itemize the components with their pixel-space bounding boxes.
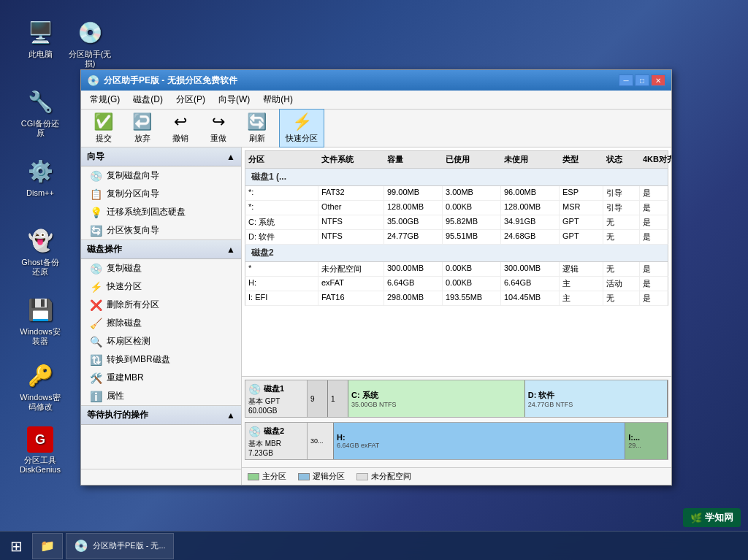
sidebar-copy-disk2[interactable]: 💿 复制磁盘 xyxy=(81,259,241,277)
start-button[interactable]: ⊞ xyxy=(3,533,29,559)
sidebar-bad-sector[interactable]: 🔍 坏扇区检测 xyxy=(81,332,241,350)
sidebar-pending-header[interactable]: 等待执行的操作 ▲ xyxy=(81,406,241,425)
copy-partition-icon: 📋 xyxy=(90,188,102,200)
sidebar-quick-part[interactable]: ⚡ 快速分区 xyxy=(81,277,241,296)
table-row[interactable]: * 未分配空间 300.00MB 0.00KB 300.00MB 逻辑 无 是 xyxy=(245,262,668,277)
disk2-name: 磁盘2 xyxy=(264,426,284,437)
d1r2-type: MSR xyxy=(560,201,603,215)
menu-partition[interactable]: 分区(P) xyxy=(170,92,211,107)
restore-label: 分区恢复向导 xyxy=(107,224,159,237)
disk1-part-d-name: D: 软件 xyxy=(528,390,664,401)
to-mbr-label: 转换到MBR磁盘 xyxy=(107,353,170,366)
d1r2-align: 是 xyxy=(640,201,671,215)
content-area: 分区 文件系统 容量 已使用 未使用 类型 状态 4KB对齐 磁盘1 (... … xyxy=(242,147,671,485)
start-icon: ⊞ xyxy=(10,537,23,555)
disk1-visual[interactable]: 💿 磁盘1 基本 GPT 60.00GB 9 1 xyxy=(245,380,668,418)
disk1-part-esp[interactable]: 9 xyxy=(308,380,328,417)
legend-unalloc-color xyxy=(356,473,368,480)
menu-normal[interactable]: 常规(G) xyxy=(84,92,126,107)
d1r1-used: 3.00MB xyxy=(443,186,501,200)
submit-icon: ✅ xyxy=(94,112,113,131)
windows-installer-label: Windows安装器 xyxy=(18,327,63,346)
d2r3-align: 是 xyxy=(640,291,671,305)
sidebar-to-mbr[interactable]: 🔃 转换到MBR磁盘 xyxy=(81,350,241,369)
sidebar-migrate-ssd[interactable]: 💡 迁移系统到固态硬盘 xyxy=(81,203,241,221)
disk2-part-unalloc[interactable]: 30... xyxy=(308,423,334,459)
quick-partition-label: 快速分区 xyxy=(286,133,318,144)
bad-sector-icon: 🔍 xyxy=(90,336,102,348)
desktop-icon-partition[interactable]: 💿 分区助手(无损) xyxy=(64,15,115,72)
d2r3-free: 104.45MB xyxy=(501,291,560,305)
disk1-part-msr[interactable]: 1 xyxy=(328,380,348,417)
sidebar-restore[interactable]: 🔄 分区恢复向导 xyxy=(81,221,241,239)
table-row[interactable]: *: Other 128.00MB 0.00KB 128.00MB MSR 引导… xyxy=(245,201,668,215)
close-button[interactable]: ✕ xyxy=(651,74,665,86)
desktop-icon-dism[interactable]: ⚙️ Dism++ xyxy=(15,153,66,201)
pending-empty xyxy=(81,425,241,469)
desktop-icon-diskgenius[interactable]: G 分区工具DiskGenius xyxy=(15,423,66,477)
taskbar: ⊞ 📁 💿 分区助手PE版 - 无... xyxy=(0,531,748,560)
wipe-disk-icon: 🧹 xyxy=(90,318,102,329)
toolbar-submit[interactable]: ✅ 提交 xyxy=(87,109,120,147)
properties-icon: ℹ️ xyxy=(90,391,102,402)
menu-disk[interactable]: 磁盘(D) xyxy=(127,92,169,107)
table-row[interactable]: *: FAT32 99.00MB 3.00MB 96.00MB ESP 引导 是 xyxy=(245,186,668,201)
table-row[interactable]: H: exFAT 6.64GB 0.00KB 6.64GB 主 活动 是 xyxy=(245,277,668,291)
disk-ops-collapse-icon: ▲ xyxy=(226,245,235,255)
sidebar-wipe-disk[interactable]: 🧹 擦除磁盘 xyxy=(81,314,241,332)
d1r2-size: 128.00MB xyxy=(384,201,443,215)
menu-wizard[interactable]: 向导(W) xyxy=(213,92,256,107)
maximize-button[interactable]: □ xyxy=(635,74,649,86)
window-icon: 💿 xyxy=(87,74,99,86)
desktop-icon-windows-installer[interactable]: 💾 Windows安装器 xyxy=(15,292,66,349)
diskgenius-icon: G xyxy=(27,426,53,453)
taskbar-partition-app[interactable]: 💿 分区助手PE版 - 无... xyxy=(66,533,174,559)
disk2-part-h[interactable]: H: 6.64GB exFAT xyxy=(334,423,625,459)
d1r1-status: 引导 xyxy=(603,186,640,200)
col-free: 未使用 xyxy=(501,153,560,166)
pending-title: 等待执行的操作 xyxy=(87,409,148,421)
sidebar-rebuild-mbr[interactable]: 🛠️ 重建MBR xyxy=(81,369,241,387)
toolbar-refresh[interactable]: 🔄 刷新 xyxy=(240,109,273,147)
to-mbr-icon: 🔃 xyxy=(90,354,102,366)
sidebar-delete-all[interactable]: ❌ 删除所有分区 xyxy=(81,296,241,314)
legend-logical-color xyxy=(298,473,310,480)
sidebar-wizard-header[interactable]: 向导 ▲ xyxy=(81,147,241,166)
menu-help[interactable]: 帮助(H) xyxy=(257,92,299,107)
disk1-part-c[interactable]: C: 系统 35.00GB NTFS xyxy=(348,380,525,417)
desktop-icon-password[interactable]: 🔑 Windows密码修改 xyxy=(15,358,66,415)
col-size: 容量 xyxy=(384,153,443,166)
legend-primary: 主分区 xyxy=(248,471,286,482)
toolbar-discard[interactable]: ↩️ 放弃 xyxy=(126,109,159,147)
toolbar-redo[interactable]: ↪ 重做 xyxy=(202,109,234,147)
disk2-part-h-info: 6.64GB exFAT xyxy=(337,442,622,449)
d1r1-size: 99.00MB xyxy=(384,186,443,200)
toolbar-undo[interactable]: ↩ 撤销 xyxy=(164,109,196,147)
disk2-visual[interactable]: 💿 磁盘2 基本 MBR 7.23GB 30... H: xyxy=(245,422,668,460)
minimize-button[interactable]: ─ xyxy=(619,74,633,86)
disk-visuals: 💿 磁盘1 基本 GPT 60.00GB 9 1 xyxy=(242,376,671,467)
partition-table[interactable]: 分区 文件系统 容量 已使用 未使用 类型 状态 4KB对齐 磁盘1 (... … xyxy=(242,147,671,376)
disk1-type: 基本 GPT xyxy=(248,396,304,407)
main-window: 💿 分区助手PE版 - 无损分区免费软件 ─ □ ✕ 常规(G) 磁盘(D) 分… xyxy=(80,69,672,486)
table-row[interactable]: C: 系统 NTFS 35.00GB 95.82MB 34.91GB GPT 无… xyxy=(245,215,668,230)
desktop-icon-cgi[interactable]: 🔧 CGI备份还原 xyxy=(15,84,66,141)
taskbar-file-explorer[interactable]: 📁 xyxy=(32,533,63,559)
table-row[interactable]: D: 软件 NTFS 24.77GB 95.51MB 24.68GB GPT 无… xyxy=(245,230,668,245)
submit-label: 提交 xyxy=(96,133,112,144)
desktop-icon-my-computer[interactable]: 🖥️ 此电脑 xyxy=(15,15,66,62)
disk2-part-i[interactable]: I:... 29... xyxy=(625,423,668,459)
table-row[interactable]: I: EFI FAT16 298.00MB 193.55MB 104.45MB … xyxy=(245,291,668,306)
sidebar-copy-disk[interactable]: 💿 复制磁盘向导 xyxy=(81,166,241,185)
disk1-info: 💿 磁盘1 基本 GPT 60.00GB xyxy=(245,380,308,417)
legend-logical: 逻辑分区 xyxy=(298,471,345,482)
toolbar-quick-partition[interactable]: ⚡ 快速分区 xyxy=(279,109,324,147)
ghost-icon: 👻 xyxy=(26,226,55,255)
sidebar-copy-partition[interactable]: 📋 复制分区向导 xyxy=(81,185,241,203)
desktop-icon-ghost[interactable]: 👻 Ghost备份还原 xyxy=(15,223,66,280)
sidebar-properties[interactable]: ℹ️ 属性 xyxy=(81,387,241,405)
d1r4-align: 是 xyxy=(640,230,671,244)
disk1-part-d[interactable]: D: 软件 24.77GB NTFS xyxy=(525,380,668,417)
sidebar-disk-ops-header[interactable]: 磁盘操作 ▲ xyxy=(81,240,241,259)
d1r2-status: 引导 xyxy=(603,201,640,215)
